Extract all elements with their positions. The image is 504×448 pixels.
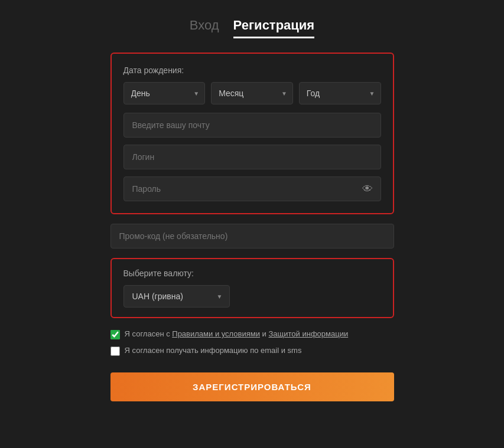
currency-label: Выберите валюту: — [123, 269, 381, 278]
checkbox-row-2: Я согласен получать информацию по email … — [110, 345, 394, 356]
login-input[interactable] — [123, 145, 381, 169]
month-select[interactable]: Месяц ЯнварьФевральМарт АпрельМайИюнь Ию… — [211, 82, 293, 104]
page-container: Вход Регистрация Дата рождения: День 123… — [0, 0, 504, 448]
day-select-wrapper: День 12345 678910 1112131415 1617181920 … — [123, 82, 206, 104]
currency-select[interactable]: UAH (гривна) USD (доллар) EUR (евро) RUB… — [123, 285, 230, 308]
dob-row: День 12345 678910 1112131415 1617181920 … — [123, 82, 381, 104]
email-input[interactable] — [123, 113, 381, 138]
terms-text: Я согласен с Правилами и условиями и Защ… — [125, 329, 349, 339]
tab-login[interactable]: Вход — [190, 18, 219, 38]
terms-checkbox[interactable] — [110, 330, 120, 339]
currency-select-wrapper: UAH (гривна) USD (доллар) EUR (евро) RUB… — [123, 285, 230, 308]
tab-register[interactable]: Регистрация — [233, 18, 315, 38]
password-wrapper: 👁︎ — [123, 176, 381, 201]
marketing-text: Я согласен получать информацию по email … — [125, 345, 302, 356]
register-button[interactable]: ЗАРЕГИСТРИРОВАТЬСЯ — [110, 372, 394, 401]
year-select[interactable]: Год 2005200420032002 2001200019991998 19… — [299, 82, 381, 104]
checkbox-row-1: Я согласен с Правилами и условиями и Защ… — [110, 329, 394, 339]
dob-label: Дата рождения: — [123, 66, 381, 75]
checkbox-section: Я согласен с Правилами и условиями и Защ… — [110, 329, 394, 362]
currency-card: Выберите валюту: UAH (гривна) USD (долла… — [110, 258, 394, 318]
terms-link[interactable]: Правилами и условиями — [172, 329, 260, 338]
privacy-link[interactable]: Защитой информации — [268, 329, 348, 338]
tabs: Вход Регистрация — [190, 18, 314, 38]
month-select-wrapper: Месяц ЯнварьФевральМарт АпрельМайИюнь Ию… — [211, 82, 293, 104]
year-select-wrapper: Год 2005200420032002 2001200019991998 19… — [299, 82, 381, 104]
day-select[interactable]: День 12345 678910 1112131415 1617181920 … — [123, 82, 206, 104]
form-card: Дата рождения: День 12345 678910 1112131… — [110, 53, 394, 214]
eye-icon[interactable]: 👁︎ — [362, 183, 373, 195]
promo-input[interactable] — [110, 224, 394, 248]
marketing-checkbox[interactable] — [110, 346, 120, 356]
password-input[interactable] — [123, 176, 381, 201]
